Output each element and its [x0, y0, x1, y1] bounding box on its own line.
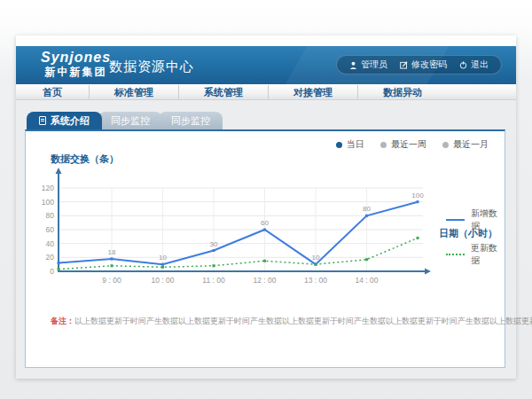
- svg-text:120: 120: [42, 184, 54, 192]
- line-chart: 0204060801001209 : 0010 : 0011 : 0012 : …: [36, 167, 453, 291]
- brand-logo: Synjones 新中新集团: [41, 50, 111, 78]
- svg-text:20: 20: [46, 253, 55, 262]
- nav-item-data-change[interactable]: 数据异动: [358, 85, 447, 99]
- nav-item-standard-mgmt[interactable]: 标准管理: [90, 85, 179, 99]
- svg-text:9 : 00: 9 : 00: [102, 276, 121, 285]
- radio-label: 当日: [347, 138, 364, 151]
- legend-item-update-data: 更新数据: [446, 242, 505, 267]
- tab-bar: 系统介绍 同步监控 同步监控: [27, 112, 223, 129]
- radio-last-week[interactable]: 最近一周: [380, 138, 426, 151]
- note-prefix: 备注：: [51, 317, 74, 325]
- svg-text:40: 40: [46, 239, 55, 248]
- change-password-button[interactable]: 修改密码: [400, 59, 447, 71]
- logo-text-cn: 新中新集团: [41, 66, 111, 78]
- svg-text:10 : 00: 10 : 00: [152, 276, 175, 285]
- svg-text:80: 80: [363, 205, 371, 213]
- radio-label: 最近一周: [391, 138, 426, 151]
- page-top-strip: [16, 35, 516, 46]
- tab-sync-monitor-2[interactable]: 同步监控: [159, 112, 223, 129]
- svg-text:11 : 00: 11 : 00: [202, 276, 225, 285]
- user-menu: 管理员 修改密码 退出: [336, 55, 502, 74]
- tab-sync-monitor-1[interactable]: 同步监控: [98, 112, 162, 129]
- svg-text:14 : 00: 14 : 00: [356, 276, 379, 285]
- footer-note: 备注：以上数据更新于时间产生数据以上数据更新于时间产生数据以上数据更新于时间产生…: [51, 316, 532, 327]
- app-window: Synjones 新中新集团 数据资源中心 管理员 修改密码 退出 首页 标准管…: [16, 35, 516, 379]
- svg-text:13 : 00: 13 : 00: [304, 276, 327, 285]
- edit-icon: [400, 61, 408, 69]
- nav-item-interface-mgmt[interactable]: 对接管理: [269, 85, 358, 99]
- svg-text:30: 30: [210, 240, 218, 248]
- logo-text-en: Synjones: [41, 50, 111, 66]
- nav-item-home[interactable]: 首页: [16, 85, 90, 99]
- logout-button[interactable]: 退出: [459, 59, 489, 71]
- legend-item-new-data: 新增数据: [446, 207, 505, 232]
- y-axis-title: 数据交换（条）: [51, 153, 119, 166]
- legend-label: 更新数据: [471, 242, 505, 267]
- svg-text:10: 10: [159, 254, 167, 262]
- radio-today[interactable]: 当日: [336, 138, 364, 151]
- page-title: 数据资源中心: [109, 59, 194, 75]
- chart-panel: 当日 最近一周 最近一月 数据交换（条） 0204060801001209 : …: [25, 129, 505, 368]
- content-area: 系统介绍 同步监控 同步监控 当日 最近一周: [16, 100, 516, 379]
- chart-legend: 新增数据 更新数据: [446, 207, 505, 277]
- chart-svg: 0204060801001209 : 0010 : 0011 : 0012 : …: [36, 167, 453, 291]
- tab-label: 同步监控: [111, 114, 150, 128]
- current-user-button[interactable]: 管理员: [349, 59, 387, 71]
- radio-dot: [442, 142, 449, 148]
- power-icon: [459, 61, 467, 69]
- main-nav: 首页 标准管理 系统管理 对接管理 数据异动: [16, 84, 516, 100]
- svg-text:0: 0: [50, 267, 54, 276]
- legend-line-swatch: [446, 254, 465, 255]
- note-text: 以上数据更新于时间产生数据以上数据更新于时间产生数据以上数据更新于时间产生数据以…: [74, 317, 532, 325]
- svg-text:12 : 00: 12 : 00: [254, 276, 277, 285]
- radio-dot: [380, 142, 387, 148]
- radio-last-month[interactable]: 最近一月: [442, 138, 489, 151]
- user-menu-label: 修改密码: [411, 59, 447, 71]
- time-range-filter: 当日 最近一周 最近一月: [336, 138, 489, 151]
- legend-line-swatch: [446, 219, 465, 221]
- svg-text:18: 18: [108, 248, 116, 256]
- user-icon: [349, 61, 357, 69]
- svg-text:100: 100: [411, 192, 424, 200]
- user-menu-label: 退出: [471, 59, 489, 71]
- legend-label: 新增数据: [471, 207, 505, 232]
- document-icon: [39, 116, 46, 125]
- nav-item-system-mgmt[interactable]: 系统管理: [179, 85, 269, 99]
- radio-label: 最近一月: [453, 138, 489, 151]
- tab-label: 系统介绍: [51, 114, 90, 128]
- tab-system-intro[interactable]: 系统介绍: [27, 112, 102, 129]
- svg-text:10: 10: [312, 254, 320, 262]
- svg-text:60: 60: [261, 219, 269, 227]
- app-header: Synjones 新中新集团 数据资源中心 管理员 修改密码 退出: [16, 46, 516, 84]
- radio-dot: [336, 142, 342, 148]
- svg-text:60: 60: [46, 225, 55, 234]
- tab-label: 同步监控: [171, 114, 210, 128]
- svg-text:100: 100: [42, 198, 54, 207]
- user-menu-label: 管理员: [361, 59, 387, 71]
- svg-text:80: 80: [46, 211, 55, 220]
